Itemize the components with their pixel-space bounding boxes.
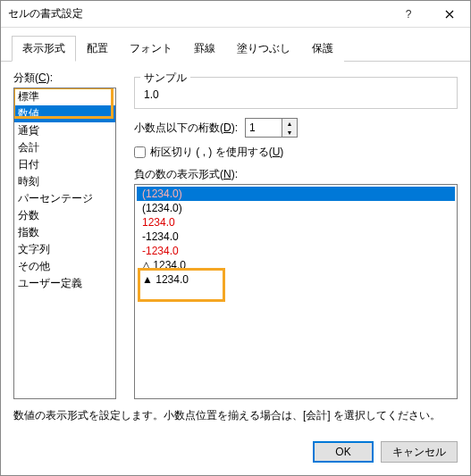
negative-format-item[interactable]: ▲ 1234.0 [137, 272, 455, 287]
separator-checkbox[interactable] [134, 146, 146, 158]
negative-label: 負の数の表示形式(N): [134, 167, 458, 182]
category-item[interactable]: 時刻 [14, 173, 115, 190]
category-item[interactable]: 分数 [14, 207, 115, 224]
tab-4[interactable]: 塗りつぶし [226, 36, 301, 62]
tab-1[interactable]: 配置 [76, 36, 119, 62]
dialog-footer: OK キャンセル [1, 432, 470, 475]
category-item[interactable]: 数値 [14, 105, 115, 122]
spin-down-button[interactable]: ▼ [282, 128, 297, 137]
negative-format-item[interactable]: △ 1234.0 [137, 258, 455, 272]
category-item[interactable]: 標準 [14, 88, 115, 105]
decimal-input[interactable] [246, 119, 282, 137]
ok-button[interactable]: OK [313, 441, 374, 463]
sample-box: サンプル 1.0 [134, 77, 458, 109]
category-item[interactable]: ユーザー定義 [14, 275, 115, 292]
category-label: 分類(C): [13, 71, 116, 86]
tab-2[interactable]: フォント [119, 36, 183, 62]
titlebar: セルの書式設定 ? [1, 1, 470, 28]
dialog-body: 分類(C): 標準数値通貨会計日付時刻パーセンテージ分数指数文字列その他ユーザー… [1, 62, 470, 432]
category-listbox[interactable]: 標準数値通貨会計日付時刻パーセンテージ分数指数文字列その他ユーザー定義 [13, 88, 116, 399]
close-icon [445, 10, 454, 19]
decimal-spinner[interactable]: ▲ ▼ [245, 118, 298, 138]
negative-format-item[interactable]: (1234.0) [137, 201, 455, 215]
category-item[interactable]: 会計 [14, 139, 115, 156]
separator-label: 桁区切り ( , ) を使用する(U) [150, 145, 283, 160]
sample-value: 1.0 [144, 88, 448, 101]
tab-bar: 表示形式配置フォント罫線塗りつぶし保護 [1, 28, 470, 62]
sample-legend: サンプル [140, 71, 190, 86]
help-icon: ? [406, 8, 412, 21]
category-item[interactable]: 通貨 [14, 122, 115, 139]
close-button[interactable] [429, 1, 470, 28]
description-text: 数値の表示形式を設定します。小数点位置を揃える場合は、[会計] を選択してくださ… [13, 408, 458, 423]
negative-format-item[interactable]: -1234.0 [137, 244, 455, 258]
tab-5[interactable]: 保護 [301, 36, 344, 62]
decimal-label: 小数点以下の桁数(D): [134, 121, 238, 136]
negative-format-item[interactable]: -1234.0 [137, 230, 455, 244]
separator-checkbox-row[interactable]: 桁区切り ( , ) を使用する(U) [134, 145, 458, 160]
category-item[interactable]: 文字列 [14, 241, 115, 258]
tab-0[interactable]: 表示形式 [12, 36, 76, 62]
negative-format-item[interactable]: 1234.0 [137, 215, 455, 230]
spin-up-button[interactable]: ▲ [282, 119, 297, 128]
tab-3[interactable]: 罫線 [183, 36, 226, 62]
dialog-title: セルの書式設定 [8, 6, 388, 21]
negative-format-listbox[interactable]: (1234.0)(1234.0)1234.0-1234.0-1234.0△ 12… [134, 184, 458, 399]
help-button[interactable]: ? [388, 1, 429, 28]
cancel-button[interactable]: キャンセル [381, 441, 458, 463]
category-item[interactable]: パーセンテージ [14, 190, 115, 207]
category-item[interactable]: その他 [14, 258, 115, 275]
category-item[interactable]: 日付 [14, 156, 115, 173]
negative-format-item[interactable]: (1234.0) [137, 187, 455, 201]
category-item[interactable]: 指数 [14, 224, 115, 241]
cell-format-dialog: セルの書式設定 ? 表示形式配置フォント罫線塗りつぶし保護 分類(C): 標準数… [0, 0, 471, 476]
